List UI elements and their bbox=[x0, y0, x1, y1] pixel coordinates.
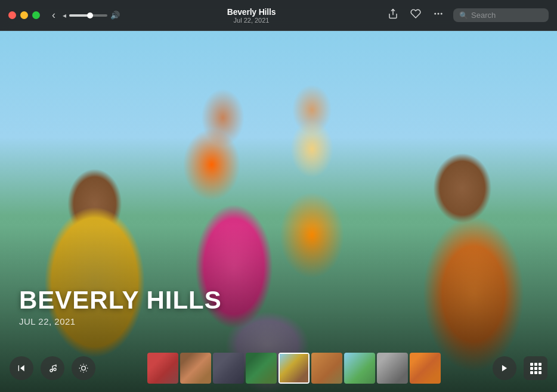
svg-line-15 bbox=[81, 371, 81, 371]
filmstrip-thumb-7[interactable] bbox=[344, 353, 375, 384]
svg-marker-4 bbox=[20, 365, 24, 372]
traffic-lights bbox=[0, 11, 40, 19]
search-input[interactable] bbox=[471, 11, 543, 20]
filmstrip-thumb-2[interactable] bbox=[180, 353, 211, 384]
svg-line-11 bbox=[81, 365, 81, 366]
main-photo: BEVERLY HILLS JUL 22, 2021 bbox=[0, 0, 557, 392]
volume-low-icon: ◂ bbox=[63, 11, 66, 20]
photo-date: JUL 22, 2021 bbox=[19, 316, 222, 326]
minimize-button[interactable] bbox=[20, 11, 28, 19]
more-button[interactable] bbox=[428, 5, 448, 26]
volume-control: ◂ 🔊 bbox=[63, 11, 120, 20]
filmstrip-thumb-5-active[interactable] bbox=[278, 353, 310, 384]
play-button[interactable] bbox=[493, 356, 516, 380]
svg-point-1 bbox=[435, 13, 436, 14]
grid-icon bbox=[530, 363, 541, 374]
photo-title-overlay: BEVERLY HILLS JUL 22, 2021 bbox=[19, 287, 222, 326]
grid-view-button[interactable] bbox=[524, 356, 547, 380]
volume-high-icon: 🔊 bbox=[110, 11, 120, 20]
search-box[interactable]: 🔍 bbox=[453, 8, 549, 22]
volume-knob[interactable] bbox=[87, 13, 93, 18]
back-button[interactable]: ‹ bbox=[49, 7, 58, 24]
filmstrip bbox=[103, 350, 485, 386]
photo-main-title: BEVERLY HILLS bbox=[19, 287, 222, 314]
filmstrip-thumb-4[interactable] bbox=[246, 353, 277, 384]
svg-point-8 bbox=[82, 366, 86, 371]
svg-line-12 bbox=[86, 371, 86, 371]
theme-button[interactable] bbox=[72, 356, 95, 380]
titlebar-center: Beverly Hills Jul 22, 2021 bbox=[120, 7, 383, 24]
svg-line-16 bbox=[86, 365, 86, 366]
filmstrip-thumb-8[interactable] bbox=[377, 353, 408, 384]
close-button[interactable] bbox=[8, 11, 16, 19]
svg-point-2 bbox=[438, 13, 439, 14]
rewind-button[interactable] bbox=[10, 356, 33, 380]
search-icon: 🔍 bbox=[459, 11, 468, 20]
titlebar: ‹ ◂ 🔊 Beverly Hills Jul 22, 2021 bbox=[0, 0, 557, 31]
filmstrip-thumb-9[interactable] bbox=[410, 353, 441, 384]
svg-point-7 bbox=[54, 368, 56, 371]
titlebar-actions: 🔍 bbox=[383, 5, 557, 26]
maximize-button[interactable] bbox=[32, 11, 40, 19]
controls-bar bbox=[0, 344, 557, 392]
window-title: Beverly Hills bbox=[227, 7, 276, 17]
volume-slider[interactable] bbox=[69, 14, 107, 17]
filmstrip-thumb-3[interactable] bbox=[213, 353, 244, 384]
svg-point-3 bbox=[441, 13, 442, 14]
window-subtitle: Jul 22, 2021 bbox=[234, 17, 270, 24]
filmstrip-thumb-6[interactable] bbox=[311, 353, 342, 384]
svg-marker-17 bbox=[502, 365, 507, 372]
share-button[interactable] bbox=[383, 5, 403, 26]
filmstrip-thumb-1[interactable] bbox=[147, 353, 178, 384]
music-button[interactable] bbox=[41, 356, 64, 380]
favorite-button[interactable] bbox=[406, 5, 426, 26]
